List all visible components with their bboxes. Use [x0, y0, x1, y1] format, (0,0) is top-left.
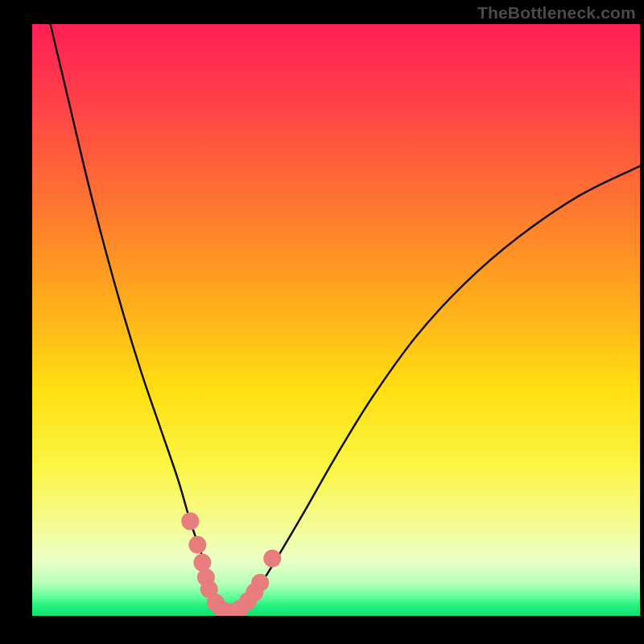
watermark-text: TheBottleneck.com — [477, 3, 636, 23]
highlight-dot — [181, 512, 199, 530]
highlight-dot — [263, 550, 281, 568]
highlight-dot — [251, 574, 269, 592]
plot-area — [32, 24, 640, 616]
highlight-dot — [188, 536, 206, 554]
chart-stage: TheBottleneck.com — [0, 0, 644, 644]
highlight-dots — [181, 512, 281, 616]
dots-layer — [32, 24, 640, 616]
highlight-dot — [193, 554, 211, 572]
